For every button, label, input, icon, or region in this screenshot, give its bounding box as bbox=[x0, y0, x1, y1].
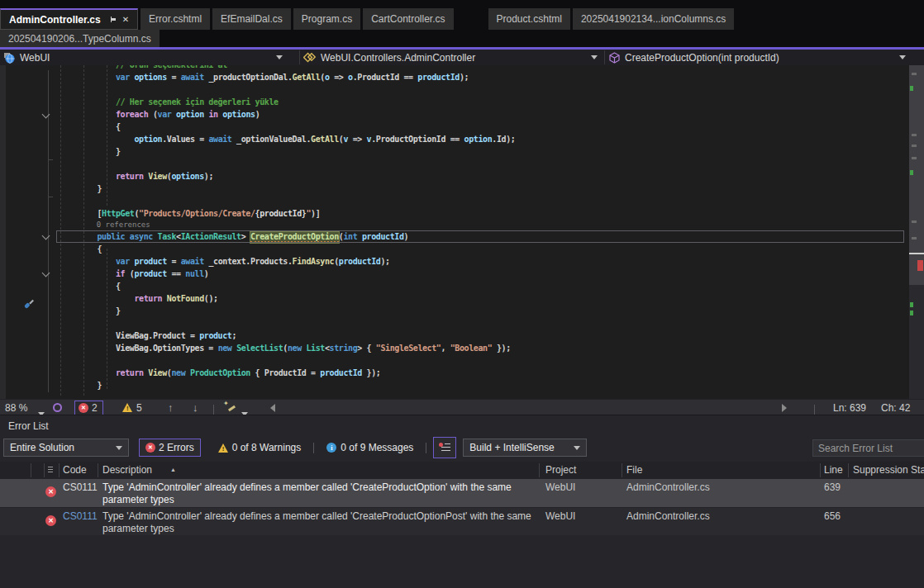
code-line: return View(new ProductOption { ProductI… bbox=[56, 367, 904, 379]
code-line bbox=[56, 317, 904, 330]
code-token: new bbox=[288, 344, 302, 353]
tab-cartcontroller-cs[interactable]: CartController.cs bbox=[363, 8, 453, 30]
tab-label: AdminController.cs bbox=[9, 14, 101, 26]
code-token: HttpGet bbox=[102, 209, 134, 218]
scope-dropdown[interactable]: Entire Solution bbox=[3, 439, 129, 457]
code-token: var bbox=[79, 73, 130, 82]
code-token: ProductOption bbox=[190, 368, 250, 377]
vertical-scrollbar[interactable] bbox=[909, 65, 924, 399]
warnings-filter-button[interactable]: 0 of 8 Warnings bbox=[212, 439, 307, 457]
tab-row-1: AdminController.csError.cshtmlEfEmailDal… bbox=[0, 8, 736, 30]
code-token: int bbox=[343, 232, 357, 241]
change-marker bbox=[912, 73, 917, 75]
tab-efemaildal-cs[interactable]: EfEmailDal.cs bbox=[212, 8, 291, 30]
error-code[interactable]: CS0111 bbox=[63, 510, 98, 522]
column-header-file[interactable]: File bbox=[626, 464, 642, 476]
code-token: }); bbox=[492, 344, 510, 353]
line-indicator[interactable]: Ln: 639 bbox=[833, 400, 866, 415]
tab-label: EfEmailDal.cs bbox=[221, 13, 283, 25]
errors-badge-button[interactable]: 2 bbox=[74, 401, 103, 415]
vs-window: AdminController.csError.cshtmlEfEmailDal… bbox=[0, 0, 924, 588]
errors-filter-button[interactable]: 2 Errors bbox=[139, 439, 201, 457]
saved-change-marker bbox=[910, 302, 913, 307]
change-marker bbox=[912, 220, 917, 223]
hscroll-right-button[interactable] bbox=[782, 400, 787, 415]
build-intellisense-dropdown[interactable]: Build + IntelliSense bbox=[463, 439, 587, 457]
code-line bbox=[56, 83, 904, 96]
list-settings-button[interactable] bbox=[433, 437, 456, 458]
caret-position-marker bbox=[909, 253, 924, 254]
quick-actions-screwdriver-icon[interactable] bbox=[23, 296, 36, 310]
previous-issue-button[interactable] bbox=[168, 400, 174, 415]
tab-product-cshtml[interactable]: Product.cshtml bbox=[488, 8, 570, 30]
column-header-description[interactable]: Description bbox=[102, 464, 176, 476]
code-token: if bbox=[79, 269, 125, 278]
code-line bbox=[56, 354, 904, 367]
tab-error-cshtml[interactable]: Error.cshtml bbox=[141, 8, 210, 30]
zoom-level[interactable]: 88 % bbox=[5, 400, 27, 415]
error-row[interactable]: CS0111Type 'AdminController' already def… bbox=[0, 507, 924, 535]
code-token: )] bbox=[311, 209, 320, 218]
code-editor[interactable]: // Ürün seçeneklerini al var options = a… bbox=[0, 65, 924, 399]
warnings-badge-button[interactable]: 5 bbox=[122, 400, 142, 415]
code-token: "Boolean" bbox=[450, 344, 493, 353]
chevron-down-icon bbox=[116, 446, 122, 450]
code-cleanup-button[interactable] bbox=[223, 400, 236, 415]
tab-label: Product.cshtml bbox=[497, 13, 562, 25]
code-token: (); bbox=[204, 294, 218, 303]
tab-label: Program.cs bbox=[302, 13, 352, 25]
code-token: ) bbox=[204, 269, 209, 278]
next-issue-button[interactable] bbox=[193, 400, 198, 415]
search-input[interactable] bbox=[813, 441, 924, 457]
code-token: ( bbox=[125, 269, 134, 278]
error-icon bbox=[45, 515, 56, 526]
close-icon[interactable] bbox=[122, 15, 129, 24]
code-token: new bbox=[218, 344, 232, 353]
column-header-project[interactable]: Project bbox=[545, 464, 576, 476]
error-row[interactable]: CS0111Type 'AdminController' already def… bbox=[0, 479, 924, 507]
error-count: 2 bbox=[92, 402, 98, 414]
column-indicator[interactable]: Ch: 42 bbox=[881, 400, 910, 415]
code-token: return bbox=[79, 294, 162, 303]
code-token: .Values = bbox=[162, 135, 208, 144]
messages-filter-button[interactable]: 0 of 9 Messages bbox=[321, 439, 419, 457]
editor-status-bar: 88 % 2 5 Ln: 639 Ch: 42 bbox=[0, 399, 924, 415]
code-line: foreach (var option in options) bbox=[56, 108, 904, 121]
tab-202504190206-typecolumn-cs[interactable]: 202504190206...TypeColumn.cs bbox=[0, 30, 160, 47]
code-token: Task bbox=[158, 232, 176, 241]
column-header-suppression-state[interactable]: Suppression State bbox=[853, 464, 924, 476]
tab-program-cs[interactable]: Program.cs bbox=[293, 8, 360, 30]
divider bbox=[299, 50, 300, 64]
error-code[interactable]: CS0111 bbox=[63, 481, 98, 493]
hscroll-left-button[interactable] bbox=[270, 400, 275, 415]
column-header-line[interactable]: Line bbox=[824, 464, 843, 476]
column-header-label: Project bbox=[545, 464, 576, 476]
type-dropdown[interactable]: WebUI.Controllers.AdminController bbox=[303, 50, 591, 65]
code-surface[interactable]: // Ürün seçeneklerini al var options = a… bbox=[56, 65, 904, 399]
method-cube-icon bbox=[609, 52, 620, 64]
codelens-line[interactable]: 0 references bbox=[56, 220, 904, 230]
line-value: Ln: 639 bbox=[833, 402, 866, 414]
zoom-value: 88 % bbox=[5, 402, 27, 414]
code-line: return NotFound(); bbox=[56, 292, 904, 305]
pin-icon[interactable] bbox=[107, 15, 117, 24]
tab-2025041902134-ioncolumns-cs[interactable]: 2025041902134...ionColumns.cs bbox=[573, 8, 734, 30]
info-icon bbox=[326, 443, 336, 453]
project-name: WebUI bbox=[20, 52, 50, 64]
code-token: }); bbox=[362, 368, 380, 377]
chevron-down-icon bbox=[899, 55, 906, 59]
outline-tick bbox=[48, 159, 53, 160]
warnings-filter-label: 0 of 8 Warnings bbox=[232, 442, 302, 453]
column-header-code[interactable]: Code bbox=[63, 464, 87, 476]
tab-admincontroller-cs[interactable]: AdminController.cs bbox=[0, 8, 138, 30]
member-name: CreateProductOption(int productId) bbox=[625, 52, 779, 64]
intellicode-button[interactable] bbox=[53, 400, 62, 415]
code-line bbox=[56, 158, 904, 170]
member-dropdown[interactable]: CreateProductOption(int productId) bbox=[609, 50, 894, 65]
code-token: GetAll bbox=[293, 73, 321, 82]
column-divider bbox=[31, 463, 31, 477]
column-value: Ch: 42 bbox=[881, 402, 910, 414]
project-dropdown[interactable]: WebUI bbox=[3, 50, 294, 65]
code-token: options bbox=[171, 172, 203, 181]
saved-change-marker bbox=[910, 311, 913, 315]
